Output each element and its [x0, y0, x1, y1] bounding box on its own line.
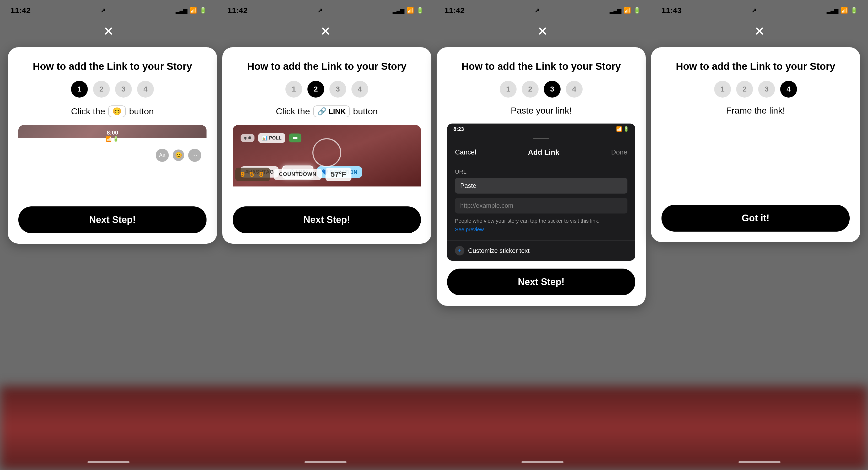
- home-bar-3: [522, 461, 563, 463]
- screenshot-1-icons: 📶 🔋: [106, 136, 119, 142]
- close-btn-container-3: ✕: [434, 21, 651, 42]
- card-3-title: How to add the Link to your Story: [462, 60, 621, 73]
- card-4: How to add the Link to your Story 1 2 3 …: [651, 47, 860, 242]
- customize-row: + Customize sticker text: [447, 240, 635, 261]
- close-btn-container-2: ✕: [217, 21, 434, 42]
- battery-icon-4: 🔋: [850, 7, 858, 14]
- step-3-dot-1: 1: [500, 81, 517, 97]
- signal-icon-4: ▂▄▆: [827, 7, 838, 13]
- dialog-time: 8:23: [454, 126, 464, 132]
- wifi-icon-4: 📶: [841, 7, 848, 14]
- card-3-action-btn[interactable]: Next Step!: [447, 269, 635, 295]
- time-1: 11:42: [10, 6, 31, 15]
- card-4-action-btn[interactable]: Got it!: [661, 205, 850, 232]
- system-icons-3: ▂▄▆ 📶 🔋: [610, 7, 641, 14]
- card-2-action-btn[interactable]: Next Step!: [233, 206, 421, 233]
- sticker-smiley-icon: 😊: [172, 149, 185, 162]
- step-1-dot-2: 2: [93, 81, 110, 97]
- back-arrow-icon: ‹: [24, 149, 27, 162]
- card-3-screenshot: 8:23 📶 🔋 Cancel Add Link Done URL Paste …: [447, 123, 635, 261]
- step-2-dot-2: 2: [307, 81, 324, 97]
- status-bar-1: 11:42 ↗ ▂▄▆ 📶 🔋: [0, 0, 217, 21]
- home-indicator-3: [434, 454, 651, 470]
- step-2-dot-3: 3: [330, 81, 346, 97]
- card-4-steps: 1 2 3 4: [714, 81, 797, 97]
- home-indicator-1: [0, 454, 217, 470]
- card-1-steps: 1 2 3 4: [71, 81, 154, 97]
- home-indicator-2: [217, 454, 434, 470]
- link-badge: 🔗 LINK: [313, 106, 350, 117]
- close-btn-container-1: ✕: [0, 21, 217, 42]
- step-4-dot-1: 1: [714, 81, 731, 97]
- add-link-header: Cancel Add Link Done: [447, 142, 635, 163]
- text-icon: Aa: [156, 149, 169, 162]
- plus-icon: +: [455, 246, 464, 256]
- cards-row: How to add the Link to your Story 1 2 3 …: [0, 42, 868, 454]
- signal-icon-1: ▂▄▆: [176, 7, 187, 13]
- close-button-1[interactable]: ✕: [103, 25, 114, 38]
- screenshot-1-ngl-label: NGL: [23, 138, 32, 144]
- home-indicator-4: [651, 454, 868, 470]
- paste-button[interactable]: Paste: [455, 178, 627, 194]
- system-icons-1: ▂▄▆ 📶 🔋: [176, 7, 207, 14]
- step-3-dot-2: 2: [522, 81, 538, 97]
- digits-badge: 9 5 8: [235, 168, 270, 181]
- status-bar-4: 11:43 ↗ ▂▄▆ 📶 🔋: [651, 0, 868, 21]
- done-link-btn[interactable]: Done: [611, 148, 627, 156]
- home-bar-2: [305, 461, 346, 463]
- countdown-badge: COUNTDOWN: [274, 169, 321, 180]
- card-3-steps: 1 2 3 4: [500, 81, 583, 97]
- home-indicators-row: [0, 454, 868, 470]
- system-icons-4: ▂▄▆ 📶 🔋: [827, 7, 858, 14]
- battery-icon-3: 🔋: [633, 7, 641, 14]
- time-4: 11:43: [661, 6, 682, 15]
- close-button-2[interactable]: ✕: [320, 25, 331, 38]
- card-1-screenshot: 8:00 📶 🔋 NGL ‹ Aa 😊 ···: [18, 125, 207, 199]
- sticker-icon-badge: 😊: [108, 106, 126, 117]
- step-4-dot-3: 3: [758, 81, 775, 97]
- signal-icon-2: ▂▄▆: [393, 7, 404, 13]
- home-bar-1: [88, 461, 129, 463]
- sticker-circle-selector: [312, 138, 341, 167]
- dialog-icons: 📶 🔋: [616, 126, 629, 132]
- step-2-dot-1: 1: [285, 81, 302, 97]
- card-4-screenshot: send me anonymous messages! 🔗 NGL.LINK ↑…: [661, 123, 850, 197]
- circle-selector: [97, 151, 128, 183]
- card-1-title: How to add the Link to your Story: [33, 60, 192, 73]
- location-icon-1: ↗: [100, 7, 105, 14]
- card-4-instruction: Frame the link!: [726, 106, 785, 116]
- close-buttons-row: ✕ ✕ ✕ ✕: [0, 21, 868, 42]
- card-2: How to add the Link to your Story 1 2 3 …: [222, 47, 431, 244]
- wifi-icon-2: 📶: [407, 7, 414, 14]
- card-1-action-btn[interactable]: Next Step!: [18, 206, 207, 233]
- step-3-dot-3: 3: [544, 81, 561, 97]
- card-2-screenshot: quit 📊 POLL ■■ #HASHTAG 🔗 LINK 💙 DONATIO…: [233, 125, 421, 199]
- step-1-dot-4: 4: [137, 81, 154, 97]
- url-input[interactable]: http://example.com: [455, 198, 627, 213]
- step-4-dot-2: 2: [736, 81, 753, 97]
- step-1-dot-3: 3: [115, 81, 132, 97]
- close-button-3[interactable]: ✕: [537, 25, 548, 38]
- customize-label: Customize sticker text: [468, 247, 530, 255]
- card-1-instruction: Click the 😊 button: [71, 106, 154, 117]
- card-3: How to add the Link to your Story 1 2 3 …: [437, 47, 646, 306]
- see-preview-link[interactable]: See preview: [455, 227, 627, 233]
- status-bars-row: 11:42 ↗ ▂▄▆ 📶 🔋 11:42 ↗ ▂▄▆ 📶 🔋 11:42 ↗ …: [0, 0, 868, 21]
- screenshot-1-time: 8:00: [107, 129, 118, 136]
- status-bar-2: 11:42 ↗ ▂▄▆ 📶 🔋: [217, 0, 434, 21]
- cancel-link-btn[interactable]: Cancel: [455, 148, 476, 156]
- card-4-title: How to add the Link to your Story: [676, 60, 835, 73]
- poll-sticker: 📊 POLL: [258, 133, 285, 143]
- home-bar-4: [739, 461, 780, 463]
- step-4-dot-4: 4: [780, 81, 797, 97]
- modal-handle: [533, 138, 549, 139]
- help-text: People who view your story can tap the s…: [455, 217, 627, 225]
- add-link-body: URL Paste http://example.com People who …: [447, 163, 635, 238]
- status-bar-3: 11:42 ↗ ▂▄▆ 📶 🔋: [434, 0, 651, 21]
- url-label: URL: [455, 168, 627, 175]
- quit-sticker: quit: [241, 134, 254, 142]
- location-icon-2: ↗: [317, 7, 322, 14]
- step-3-dot-4: 4: [566, 81, 583, 97]
- close-button-4[interactable]: ✕: [754, 25, 765, 38]
- close-btn-container-4: ✕: [651, 21, 868, 42]
